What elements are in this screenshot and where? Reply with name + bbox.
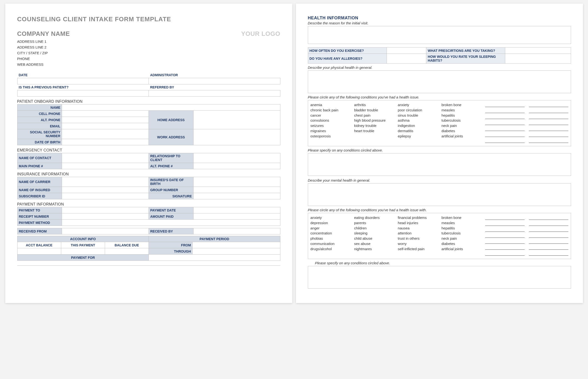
phys-col-4: broken bonemeasleshepatitistuberculosisn…	[442, 102, 481, 144]
ment-blank-lines-1[interactable]	[485, 215, 525, 257]
date-input[interactable]	[17, 78, 149, 84]
recv-by-input[interactable]	[193, 228, 280, 235]
recv-by-label: RECEIVED BY	[149, 228, 193, 235]
cell-label: CELL PHONE	[17, 111, 62, 117]
address-block: ADDRESS LINE 1 ADDRESS LINE 2 CITY / STA…	[17, 39, 70, 67]
email-input[interactable]	[62, 123, 149, 129]
prev-patient-input[interactable]	[17, 90, 149, 96]
phys-circle-label: Please circle any of the following condi…	[308, 95, 571, 99]
recv-from-input[interactable]	[62, 228, 149, 235]
condition-item: sinus trouble	[398, 113, 437, 118]
through-input[interactable]	[193, 248, 280, 254]
condition-item: epilepsy	[398, 134, 437, 139]
phys-desc-input[interactable]	[308, 70, 571, 93]
ment-col-2: eating disordersparentschildrensleepingc…	[354, 215, 393, 257]
ins-group-input[interactable]	[193, 187, 280, 193]
ins-sub-input[interactable]	[62, 193, 149, 199]
condition-item: seizures	[311, 123, 350, 128]
home-addr-input[interactable]	[193, 111, 280, 129]
acct-bal-input[interactable]	[17, 248, 61, 254]
method-label: PAYMENT METHOD	[17, 220, 62, 226]
reason-input[interactable]	[308, 26, 571, 44]
q-sleep-input[interactable]	[505, 54, 571, 63]
condition-item: nausea	[398, 226, 437, 231]
condition-item: diabetes	[442, 128, 481, 134]
ins-insured-input[interactable]	[62, 187, 149, 193]
ssn-input[interactable]	[62, 129, 149, 139]
date-label: DATE	[17, 72, 149, 78]
em-alt-input[interactable]	[193, 163, 280, 169]
ment-desc-input[interactable]	[308, 183, 571, 206]
ins-sig-input[interactable]	[193, 193, 280, 199]
condition-item: osteoporosis	[311, 134, 350, 139]
phys-col-2: arthritisbladder troublechest painhigh b…	[354, 102, 393, 144]
em-main-input[interactable]	[62, 163, 149, 169]
phys-blank-lines-1[interactable]	[485, 102, 525, 144]
q-exercise-input[interactable]	[387, 47, 426, 54]
condition-item: broken bone	[442, 102, 481, 108]
work-addr-label: WORK ADDRESS	[149, 129, 193, 145]
q-allerg-input[interactable]	[387, 54, 426, 63]
work-addr-input[interactable]	[193, 129, 280, 145]
em-name-input[interactable]	[62, 153, 149, 163]
through-label: THROUGH	[149, 248, 192, 254]
pay-to-label: PAYMENT TO	[17, 207, 62, 213]
condition-item: self-inflicted pain	[398, 246, 437, 252]
acct-bal-label: ACCT BALANCE	[17, 242, 61, 248]
condition-item: communication	[311, 241, 350, 246]
admin-input[interactable]	[149, 78, 280, 84]
alt-label: ALT. PHONE	[17, 117, 62, 123]
method-input[interactable]	[62, 220, 280, 226]
condition-item: asthma	[398, 118, 437, 123]
ment-blank-lines-2[interactable]	[529, 215, 568, 257]
pay-for-input[interactable]	[149, 254, 280, 261]
ment-spec-input[interactable]	[308, 266, 571, 289]
section-emergency: EMERGENCY CONTACT	[17, 148, 280, 152]
bal-due-input[interactable]	[105, 248, 149, 254]
name-input[interactable]	[62, 104, 280, 111]
q-presc-input[interactable]	[505, 47, 571, 54]
receipt-label: RECEIPT NUMBER	[17, 213, 62, 220]
ins-dob-input[interactable]	[193, 177, 280, 187]
condition-item: tuberculosis	[442, 118, 481, 123]
condition-item: hepatitis	[442, 226, 481, 231]
receipt-input[interactable]	[62, 213, 149, 220]
alt-input[interactable]	[62, 117, 149, 123]
cell-input[interactable]	[62, 111, 149, 117]
this-pay-input[interactable]	[61, 248, 105, 254]
em-name-label: NAME OF CONTACT	[17, 153, 62, 163]
amount-input[interactable]	[193, 213, 280, 220]
condition-item: depression	[311, 220, 350, 226]
ment-col-1: anxietydepressionangerconcentrationphobi…	[311, 215, 350, 257]
condition-item: trust in others	[398, 236, 437, 241]
dob-input[interactable]	[62, 139, 149, 145]
pay-date-input[interactable]	[193, 207, 280, 213]
condition-item: dermatitis	[398, 128, 437, 134]
phys-blank-lines-2[interactable]	[529, 102, 568, 144]
ins-group-label: GROUP NUMBER	[149, 187, 193, 193]
condition-item: drugs/alcohol	[311, 246, 350, 252]
referred-by-input[interactable]	[149, 90, 280, 96]
health-title: HEALTH INFORMATION	[308, 16, 571, 21]
condition-item: broken bone	[442, 215, 481, 220]
dob-label: DATE OF BIRTH	[17, 139, 62, 145]
em-rel-input[interactable]	[193, 153, 280, 163]
ins-carrier-input[interactable]	[62, 177, 149, 187]
condition-item: poor circulation	[398, 108, 437, 113]
condition-item: artificial joints	[442, 246, 481, 252]
pay-to-input[interactable]	[62, 207, 149, 213]
q-sleep-label: HOW WOULD YOU RATE YOUR SLEEPING HABITS?	[426, 54, 505, 63]
from-input[interactable]	[193, 242, 280, 248]
ins-sig-label: SIGNATURE	[149, 193, 193, 199]
name-label: NAME	[17, 104, 62, 111]
condition-item: cancer	[311, 113, 350, 118]
pay-for-label: PAYMENT FOR	[17, 254, 149, 261]
section-insurance: INSURANCE INFORMATION	[17, 172, 280, 176]
section-payment: PAYMENT INFORMATION	[17, 202, 280, 206]
phys-spec-input[interactable]	[308, 153, 571, 176]
condition-item: diabetes	[442, 241, 481, 246]
admin-label: ADMINISTRATOR	[149, 72, 280, 78]
condition-item: child abuse	[354, 236, 393, 241]
phys-conditions-box: anemiachronic back paincancerconvulsions…	[308, 100, 571, 146]
logo-placeholder: YOUR LOGO	[241, 30, 280, 37]
